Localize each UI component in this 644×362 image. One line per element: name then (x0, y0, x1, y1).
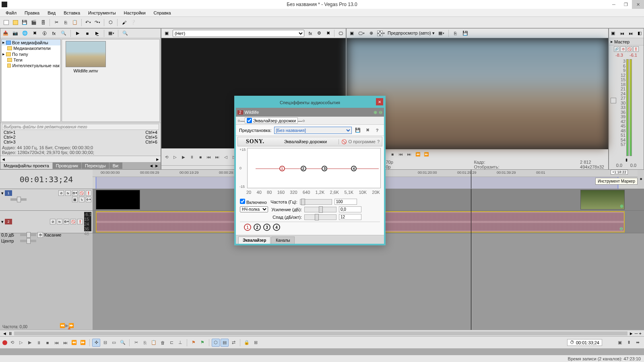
record-button[interactable] (2, 340, 7, 345)
stop-icon[interactable]: ■ (389, 150, 396, 158)
prev-frame-icon[interactable]: ⏪ (414, 150, 421, 158)
fx-enable-check[interactable] (247, 118, 252, 123)
play-icon[interactable]: ▶ (26, 339, 34, 347)
mute-icon[interactable]: 🚫 (70, 219, 76, 224)
go-end-icon[interactable]: ⏭ (406, 150, 413, 158)
properties-icon[interactable]: 🗄 (39, 19, 47, 27)
save-snapshot-icon[interactable]: 💾 (461, 29, 469, 37)
fx-icon[interactable]: fx (306, 29, 314, 37)
automation-icon[interactable]: ⚙ (64, 219, 69, 224)
eq-graph[interactable]: +15 0 -15 1 2 3 4 (247, 148, 381, 188)
touch-gear-icon[interactable]: ⚙ (37, 232, 43, 238)
clip-fx-icon[interactable]: ⊕ (619, 226, 623, 231)
prev-frame-icon[interactable]: ⏪ (70, 339, 78, 347)
tree-bytype[interactable]: ▸ По типу (2, 51, 60, 57)
copy-icon[interactable]: ⎘ (141, 339, 149, 347)
go-start-icon[interactable]: ⏮ (52, 339, 60, 347)
maximize-panel-icon[interactable]: ▣ (348, 29, 356, 37)
dialog-close-button[interactable]: ✕ (376, 98, 383, 105)
import-icon[interactable]: 📥 (2, 29, 10, 37)
help-icon[interactable]: ❔ (129, 19, 137, 27)
filter-type-select[interactable]: НЧ-полка (240, 206, 268, 212)
play-start-icon[interactable]: ▷ (171, 153, 179, 160)
stop-icon[interactable]: ■ (43, 339, 52, 347)
master-gear-icon[interactable]: ⚙ (620, 46, 626, 52)
tab-channels[interactable]: Каналы (271, 237, 295, 244)
cursor-timecode[interactable]: 00:01:33;24 (0, 170, 93, 189)
make-child-icon[interactable]: ↳ (79, 197, 85, 202)
redo-icon[interactable]: ↷ (93, 19, 101, 27)
io-icon[interactable]: ⬍ (609, 158, 644, 163)
band-button-3[interactable]: 3 (263, 224, 270, 231)
prev-icon[interactable]: ⏮ (618, 29, 625, 37)
properties-icon[interactable]: 🛈 (40, 29, 48, 37)
tag-input[interactable] (2, 124, 159, 130)
stop-icon[interactable]: ■ (83, 29, 91, 37)
enable-checkbox[interactable] (240, 199, 245, 204)
dock-icon[interactable]: ▣ (616, 339, 624, 347)
paste-icon[interactable]: 📋 (150, 339, 158, 347)
tab-more[interactable]: Ви: (109, 162, 123, 169)
delete-preset-icon[interactable]: ✖ (364, 127, 371, 134)
menu-options[interactable]: Настройки (120, 10, 150, 16)
menu-help[interactable]: Справка (150, 10, 175, 16)
band-button-4[interactable]: 4 (273, 224, 280, 231)
trim-icon[interactable]: ⊏ (167, 339, 175, 347)
delete-icon[interactable]: 🗑 (159, 339, 167, 347)
media-thumb[interactable]: Wildlife.wmv (64, 41, 108, 73)
get-media-icon[interactable]: 🌐 (21, 29, 29, 37)
tree-drives[interactable]: Медианакопители (2, 45, 60, 51)
solo-icon[interactable]: ❗ (86, 190, 91, 196)
track-fx-icon[interactable]: fx (65, 190, 71, 196)
about-link[interactable]: 🚫 О программе ? (339, 139, 382, 144)
play-icon[interactable]: ▶ (180, 153, 187, 160)
automation-mode[interactable]: Касание (44, 232, 61, 237)
dialog-titlebar[interactable]: Спецэффекты аудиособытия ✕ (236, 97, 384, 108)
track-collapse-icon[interactable]: ▾ (1, 219, 4, 224)
tab-equalizer[interactable]: Эквалайзер (238, 237, 270, 244)
video-clip-thumb[interactable]: ⊕ (580, 190, 625, 210)
tree-all-media[interactable]: ▸ Все медиафайлы (2, 39, 60, 45)
remove-icon[interactable]: ✖ (31, 29, 39, 37)
freq-input[interactable] (334, 199, 357, 205)
tab-explorer[interactable]: Проводник (53, 162, 81, 169)
band-button-1[interactable]: 1 (244, 224, 251, 231)
go-start-icon[interactable]: ⏮ (205, 153, 213, 160)
solo-icon[interactable]: ❗ (77, 219, 83, 224)
tab-project-media[interactable]: Медиафайлы проекта (0, 162, 52, 169)
chain-add-icon[interactable]: ⊕ (374, 110, 377, 115)
snap-icon[interactable]: ⬡ (212, 339, 220, 347)
cut-icon[interactable]: ✂ (132, 339, 140, 347)
new-project-icon[interactable] (2, 19, 10, 27)
ignore-group-icon[interactable]: ⊞ (252, 339, 260, 347)
paste-icon[interactable]: 📋 (71, 19, 79, 27)
marker-tool-button[interactable]: ✦ (638, 170, 644, 189)
envelope-tool-icon[interactable]: ⊟ (101, 339, 109, 347)
media-tree[interactable]: ▸ Все медиафайлы Медианакопители ▸ По ти… (1, 39, 61, 122)
pan-slider[interactable] (20, 240, 36, 242)
region-insert-icon[interactable]: ⚑ (198, 339, 206, 347)
undo-icon[interactable]: ↶ (84, 19, 92, 27)
play-icon[interactable]: ▶ (74, 29, 82, 37)
transport-timecode[interactable]: ⏱ 00:01:33;24 (567, 339, 602, 346)
pause-icon[interactable]: ⏸ (35, 339, 43, 347)
tab-transitions[interactable]: Переходы (82, 162, 109, 169)
chain-next-icon[interactable]: —○ (298, 118, 305, 123)
tree-tags[interactable]: Теги (2, 57, 60, 63)
go-end-icon[interactable]: ⏭ (214, 153, 221, 160)
fx-chain-item[interactable]: Эквалайзер дорожки (245, 117, 298, 123)
timeline-scrollbar[interactable]: ◄ ⏸ ► ─ + (0, 330, 644, 336)
search-icon[interactable]: 🔍 (60, 29, 68, 37)
zoom-width-icon[interactable]: ⬌ (634, 339, 642, 347)
gain-input[interactable] (339, 206, 361, 212)
next-frame-icon[interactable]: ⏩ (79, 339, 87, 347)
motion-icon[interactable]: ✢ (86, 197, 91, 202)
rolloff-slider[interactable] (304, 214, 336, 220)
dock-icon[interactable]: ▣ (609, 29, 617, 37)
quantize-icon[interactable]: ▤ (221, 339, 229, 347)
dim-icon[interactable]: ◧ (636, 29, 643, 37)
preview-quality[interactable]: Предпросмотр (авто) ▾ (386, 31, 436, 36)
remove-icon[interactable]: ✖ (324, 29, 332, 37)
external-monitor-icon[interactable]: ⊕ (367, 29, 375, 37)
save-project-icon[interactable]: 💾 (21, 19, 29, 27)
